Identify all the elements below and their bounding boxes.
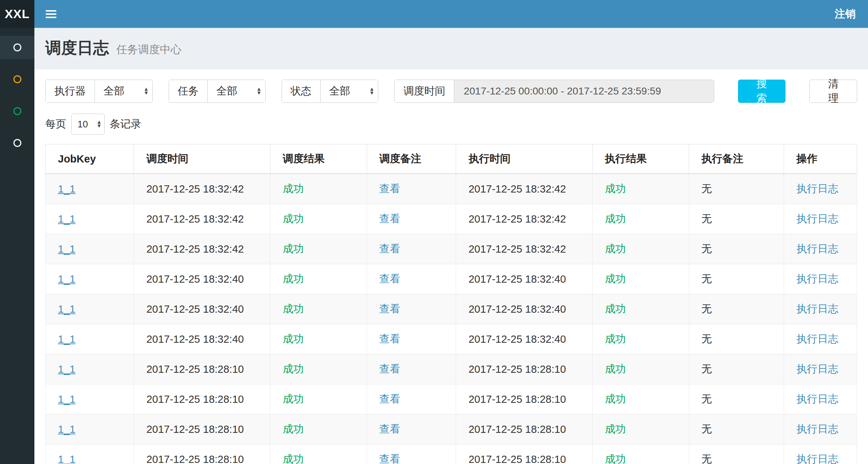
brand-logo[interactable]: XXL bbox=[0, 0, 34, 28]
jobkey-link[interactable]: 1_1 bbox=[58, 393, 75, 405]
exec-log-link[interactable]: 执行日志 bbox=[796, 213, 838, 224]
handle-time-cell: 2017-12-25 18:28:10 bbox=[456, 414, 593, 444]
jobkey-link[interactable]: 1_1 bbox=[58, 183, 75, 195]
hamburger-icon bbox=[46, 8, 56, 20]
page-size-row: 每页 10 ▴▾ 条记录 bbox=[34, 103, 868, 144]
trigger-msg-link[interactable]: 查看 bbox=[379, 303, 400, 315]
executor-filter-group: 执行器 全部 ▴▾ bbox=[45, 80, 153, 103]
select-stepper-icon: ▴▾ bbox=[370, 87, 374, 95]
circle-icon bbox=[13, 139, 21, 147]
exec-log-link[interactable]: 执行日志 bbox=[796, 243, 838, 254]
job-filter-label: 任务 bbox=[169, 80, 208, 102]
log-table: JobKey调度时间调度结果调度备注执行时间执行结果执行备注操作 1_1 201… bbox=[45, 144, 857, 464]
exec-log-link[interactable]: 执行日志 bbox=[796, 273, 838, 284]
log-table-body: 1_1 2017-12-25 18:32:42 成功 查看 2017-12-25… bbox=[46, 174, 857, 464]
jobkey-link[interactable]: 1_1 bbox=[58, 423, 75, 435]
column-header: 执行时间 bbox=[456, 144, 593, 174]
trigger-result-text: 成功 bbox=[283, 333, 304, 345]
filter-bar: 执行器 全部 ▴▾ 任务 全部 ▴▾ 状态 全部 ▴▾ bbox=[34, 69, 868, 103]
trigger-time-cell: 2017-12-25 18:32:42 bbox=[134, 174, 270, 204]
handle-msg-cell: 无 bbox=[689, 414, 784, 444]
select-stepper-icon: ▴▾ bbox=[257, 87, 261, 95]
trigger-msg-link[interactable]: 查看 bbox=[379, 243, 400, 254]
trigger-time-cell: 2017-12-25 18:28:10 bbox=[134, 354, 270, 384]
trigger-msg-link[interactable]: 查看 bbox=[379, 393, 400, 405]
table-row: 1_1 2017-12-25 18:28:10 成功 查看 2017-12-25… bbox=[46, 444, 857, 464]
table-row: 1_1 2017-12-25 18:32:42 成功 查看 2017-12-25… bbox=[46, 204, 857, 234]
trigger-time-cell: 2017-12-25 18:32:40 bbox=[134, 324, 270, 354]
trigger-msg-link[interactable]: 查看 bbox=[379, 273, 400, 284]
log-table-wrap: JobKey调度时间调度结果调度备注执行时间执行结果执行备注操作 1_1 201… bbox=[34, 144, 868, 464]
column-header: 调度结果 bbox=[270, 144, 367, 174]
trigger-msg-link[interactable]: 查看 bbox=[379, 453, 400, 464]
trigger-msg-link[interactable]: 查看 bbox=[379, 363, 400, 375]
trigger-msg-link[interactable]: 查看 bbox=[379, 183, 400, 194]
table-row: 1_1 2017-12-25 18:32:42 成功 查看 2017-12-25… bbox=[46, 234, 857, 264]
exec-log-link[interactable]: 执行日志 bbox=[796, 333, 838, 345]
jobkey-link[interactable]: 1_1 bbox=[58, 303, 75, 315]
jobkey-link[interactable]: 1_1 bbox=[58, 333, 75, 345]
trigger-result-text: 成功 bbox=[283, 243, 304, 254]
jobkey-link[interactable]: 1_1 bbox=[58, 213, 75, 225]
trigger-msg-link[interactable]: 查看 bbox=[379, 333, 400, 345]
executor-filter-select[interactable]: 全部 ▴▾ bbox=[95, 80, 153, 102]
exec-log-link[interactable]: 执行日志 bbox=[796, 453, 838, 464]
trigger-msg-link[interactable]: 查看 bbox=[379, 213, 400, 224]
table-row: 1_1 2017-12-25 18:32:42 成功 查看 2017-12-25… bbox=[46, 174, 857, 204]
clear-button[interactable]: 清理 bbox=[809, 80, 857, 103]
trigger-result-text: 成功 bbox=[283, 423, 304, 435]
trigger-result-text: 成功 bbox=[283, 183, 304, 194]
trigger-time-cell: 2017-12-25 18:28:10 bbox=[134, 384, 270, 414]
exec-log-link[interactable]: 执行日志 bbox=[796, 363, 838, 375]
job-filter-select[interactable]: 全部 ▴▾ bbox=[208, 80, 266, 102]
handle-time-cell: 2017-12-25 18:32:42 bbox=[456, 204, 593, 234]
handle-result-text: 成功 bbox=[605, 453, 626, 464]
handle-result-text: 成功 bbox=[605, 303, 626, 315]
column-header: JobKey bbox=[46, 144, 134, 174]
handle-time-cell: 2017-12-25 18:32:42 bbox=[456, 234, 593, 264]
trigger-msg-link[interactable]: 查看 bbox=[379, 423, 400, 435]
exec-log-link[interactable]: 执行日志 bbox=[796, 393, 838, 405]
job-filter-value: 全部 bbox=[216, 84, 237, 98]
trigger-time-filter-group: 调度时间 2017-12-25 00:00:00 - 2017-12-25 23… bbox=[394, 80, 714, 103]
exec-log-link[interactable]: 执行日志 bbox=[796, 303, 838, 315]
status-filter-value: 全部 bbox=[329, 84, 350, 98]
logout-link[interactable]: 注销 bbox=[835, 7, 856, 21]
handle-time-cell: 2017-12-25 18:32:40 bbox=[456, 324, 593, 354]
status-filter-select[interactable]: 全部 ▴▾ bbox=[321, 80, 379, 102]
handle-result-text: 成功 bbox=[605, 333, 626, 345]
handle-result-text: 成功 bbox=[605, 423, 626, 435]
jobkey-link[interactable]: 1_1 bbox=[58, 363, 75, 375]
sidebar-item-2[interactable] bbox=[0, 68, 34, 91]
jobkey-link[interactable]: 1_1 bbox=[58, 243, 75, 255]
jobkey-link[interactable]: 1_1 bbox=[58, 454, 75, 464]
sidebar-toggle-button[interactable] bbox=[34, 0, 68, 28]
exec-log-link[interactable]: 执行日志 bbox=[796, 423, 838, 435]
sidebar-item-1[interactable] bbox=[0, 36, 34, 59]
handle-result-text: 成功 bbox=[605, 363, 626, 375]
handle-msg-cell: 无 bbox=[689, 174, 784, 204]
trigger-time-range-input[interactable]: 2017-12-25 00:00:00 - 2017-12-25 23:59:5… bbox=[454, 80, 713, 102]
trigger-result-text: 成功 bbox=[283, 213, 304, 224]
search-button[interactable]: 搜索 bbox=[738, 80, 786, 103]
table-row: 1_1 2017-12-25 18:32:40 成功 查看 2017-12-25… bbox=[46, 324, 857, 354]
column-header: 调度时间 bbox=[134, 144, 270, 174]
executor-filter-label: 执行器 bbox=[46, 80, 95, 102]
handle-result-text: 成功 bbox=[605, 273, 626, 284]
trigger-time-cell: 2017-12-25 18:32:40 bbox=[134, 294, 270, 324]
select-stepper-icon: ▴▾ bbox=[144, 87, 148, 95]
trigger-time-filter-label: 调度时间 bbox=[395, 80, 454, 102]
sidebar-item-3[interactable] bbox=[0, 100, 34, 123]
column-header: 执行结果 bbox=[593, 144, 689, 174]
trigger-time-cell: 2017-12-25 18:32:40 bbox=[134, 264, 270, 294]
table-row: 1_1 2017-12-25 18:28:10 成功 查看 2017-12-25… bbox=[46, 414, 857, 444]
jobkey-link[interactable]: 1_1 bbox=[58, 273, 75, 285]
page-size-select[interactable]: 10 ▴▾ bbox=[71, 114, 105, 135]
handle-result-text: 成功 bbox=[605, 213, 626, 224]
sidebar-item-4[interactable] bbox=[0, 131, 34, 155]
exec-log-link[interactable]: 执行日志 bbox=[796, 183, 838, 194]
top-navbar: XXL 注销 bbox=[0, 0, 868, 28]
table-row: 1_1 2017-12-25 18:32:40 成功 查看 2017-12-25… bbox=[46, 264, 857, 294]
trigger-time-cell: 2017-12-25 18:28:10 bbox=[134, 444, 270, 464]
sidebar-nav bbox=[0, 28, 34, 464]
